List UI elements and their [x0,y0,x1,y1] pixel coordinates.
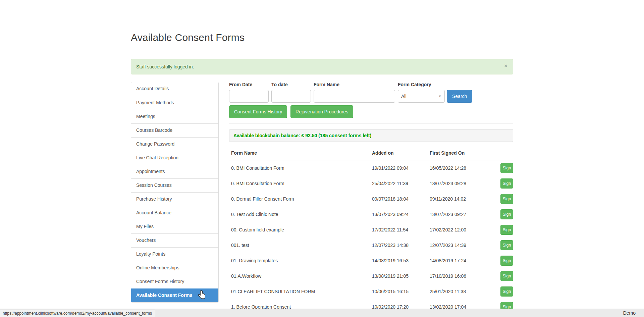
table-row: 0. Dermal Filler Consent Form 09/07/2018… [229,191,513,207]
cell-first-signed-on: 09/11/2020 14:02 [430,196,498,202]
title-divider [131,50,513,50]
cell-first-signed-on: 12/07/2023 14:39 [430,243,498,248]
forms-table-body: 0. BMI Consultation Form 19/01/2022 09:0… [229,160,513,315]
blockchain-balance-text: Available blockchain balance: £ 92.50 (1… [233,133,371,138]
to-date-group: To date [271,82,311,103]
table-row: 01.A.Workflow 13/08/2019 21:05 17/10/201… [229,268,513,284]
consent-forms-history-button[interactable]: Consent Forms History [229,105,287,118]
form-name-label: Form Name [314,82,395,87]
form-name-input[interactable] [314,90,395,103]
cell-added-on: 09/07/2018 18:04 [372,196,430,202]
form-category-select[interactable]: All ▼ [398,90,445,103]
form-name-group: Form Name [314,82,395,103]
sign-button[interactable]: Sign [500,256,513,266]
forms-table-header: Form Name Added on First Signed On [229,147,513,160]
to-date-input[interactable] [271,90,311,103]
sign-button[interactable]: Sign [500,271,513,281]
sidebar-item-label: Loyalty Points [136,251,165,257]
sign-button[interactable]: Sign [500,240,513,250]
sidebar-item-change-password[interactable]: Change Password [131,137,218,151]
cell-added-on: 13/07/2023 09:24 [372,212,430,217]
filter-bar: From Date To date Form Name Form Categor… [229,82,513,103]
cell-form-name: 001. test [229,243,372,248]
cell-added-on: 13/08/2019 21:05 [372,273,430,279]
cell-form-name: 01.A.Workflow [229,273,372,279]
section-divider [229,123,513,124]
from-date-group: From Date [229,82,269,103]
sidebar-item-loyalty-points[interactable]: Loyalty Points [131,247,218,261]
sidebar-item-consent-forms-history[interactable]: Consent Forms History [131,275,218,288]
sidebar-item-appointments[interactable]: Appointments [131,165,218,178]
sign-button[interactable]: Sign [500,163,513,173]
hand-cursor-icon [198,290,206,301]
forms-table: Form Name Added on First Signed On 0. BM… [229,147,513,315]
chevron-down-icon: ▼ [438,95,441,98]
sidebar-item-label: Live Chat Reception [136,155,178,160]
sidebar-item-courses-barcode[interactable]: Courses Barcode [131,123,218,137]
header-form-name: Form Name [229,150,372,156]
page-title: Available Consent Forms [131,32,513,43]
sidebar-item-vouchers[interactable]: Vouchers [131,233,218,247]
account-sidebar: Account Details Payment Methods Meetings… [131,82,219,303]
rejuvenation-procedures-button[interactable]: Rejuvenation Procedures [290,105,353,118]
table-row: 0. Test Add Clinic Note 13/07/2023 09:24… [229,207,513,222]
sign-button[interactable]: Sign [500,286,513,297]
cell-first-signed-on: 13/07/2023 09:27 [430,212,498,217]
cell-form-name: 0. Test Add Clinic Note [229,212,372,217]
sidebar-item-online-memberships[interactable]: Online Memberships [131,261,218,275]
sidebar-item-label: Purchase History [136,196,172,202]
sign-button[interactable]: Sign [500,225,513,235]
cell-form-name: 0. BMI Consultation Form [229,165,372,171]
sidebar-item-payment-methods[interactable]: Payment Methods [131,96,218,110]
cell-first-signed-on: 25/01/2020 11:38 [430,289,498,294]
sidebar-item-my-files[interactable]: My Files [131,220,218,233]
from-date-input[interactable] [229,90,269,103]
sign-button[interactable]: Sign [500,209,513,219]
sidebar-item-label: Online Memberships [136,265,179,270]
cell-form-name: 00. Custom field example [229,227,372,232]
form-category-label: Form Category [398,82,445,87]
sidebar-item-label: Courses Barcode [136,127,172,133]
cell-first-signed-on: 17/10/2019 16:06 [430,273,498,279]
success-alert: Staff successfully logged in. × [131,59,513,74]
sidebar-item-meetings[interactable]: Meetings [131,110,218,123]
cell-first-signed-on: 16/05/2022 14:28 [430,165,498,171]
cell-added-on: 19/01/2022 09:04 [372,165,430,171]
sign-button[interactable]: Sign [500,178,513,189]
cell-added-on: 25/04/2022 11:39 [372,181,430,186]
table-row: 0. BMI Consultation Form 19/01/2022 09:0… [229,160,513,176]
sidebar-menu: Account Details Payment Methods Meetings… [131,82,219,303]
table-row: 01. Drawing templates 14/08/2019 16:53 1… [229,253,513,268]
main-panel: From Date To date Form Name Form Categor… [229,82,513,315]
sign-button[interactable]: Sign [500,194,513,204]
cell-first-signed-on: 14/08/2019 17:24 [430,258,498,263]
header-first-signed-on: First Signed On [430,150,498,156]
sidebar-item-label: Session Courses [136,182,172,188]
sidebar-item-label: Change Password [136,141,174,147]
blockchain-balance-bar: Available blockchain balance: £ 92.50 (1… [229,129,513,142]
sidebar-item-available-consent-forms[interactable]: Available Consent Forms [131,288,218,302]
close-icon[interactable]: × [504,63,507,69]
cell-form-name: 01.CLEARLIFT CONSULTATION FORM [229,289,372,294]
to-date-label: To date [271,82,311,87]
sidebar-item-account-details[interactable]: Account Details [131,82,218,96]
table-row: 01.CLEARLIFT CONSULTATION FORM 10/06/201… [229,284,513,299]
footer-demo-label: Demo [623,310,636,316]
cell-form-name: 0. Dermal Filler Consent Form [229,196,372,202]
sidebar-item-purchase-history[interactable]: Purchase History [131,192,218,206]
cell-added-on: 12/07/2023 14:38 [372,243,430,248]
form-category-selected-value: All [401,94,407,99]
status-bar-url: https://appointment.clinicsoftware.com/d… [0,310,155,317]
search-button[interactable]: Search [447,90,472,103]
form-category-group: Form Category All ▼ [398,82,445,103]
table-row: 001. test 12/07/2023 14:38 12/07/2023 14… [229,237,513,253]
cell-added-on: 17/02/2022 11:54 [372,227,430,232]
sidebar-item-label: Meetings [136,114,155,119]
cell-first-signed-on: 13/07/2023 09:28 [430,181,498,186]
sidebar-item-session-courses[interactable]: Session Courses [131,178,218,192]
sidebar-item-account-balance[interactable]: Account Balance [131,206,218,220]
from-date-label: From Date [229,82,269,87]
sidebar-item-live-chat-reception[interactable]: Live Chat Reception [131,151,218,165]
cell-form-name: 0. BMI Consultation Form [229,181,372,186]
cell-first-signed-on: 17/02/2022 12:00 [430,227,498,232]
